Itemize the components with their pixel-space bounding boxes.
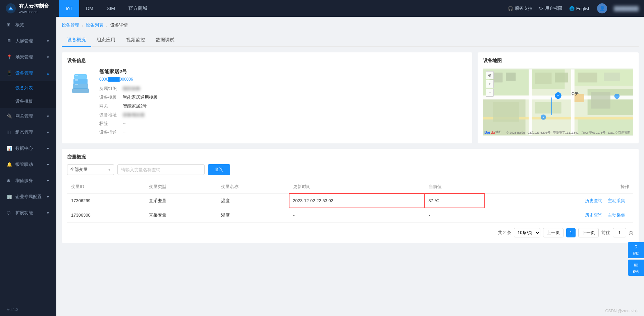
sidebar-item-enterprise[interactable]: 🏢 企业专属配置 ▼ (0, 189, 56, 205)
sidebar-item-data-center[interactable]: 📊 数据中心 ▼ (0, 140, 56, 156)
svg-rect-23 (555, 73, 568, 82)
variable-type-select[interactable]: 全部变量 ▼ (67, 164, 114, 175)
per-page-select[interactable]: 10条/页 20条/页 50条/页 (514, 228, 540, 237)
col-header-action: 操作 (485, 180, 634, 193)
sidebar-item-gateway[interactable]: 🔌 网关管理 ▼ (0, 108, 56, 124)
sidebar-version: V6.1.3 (0, 303, 56, 316)
variable-section-title: 变量概况 (67, 154, 633, 160)
nav-store[interactable]: 官方商城 (122, 0, 154, 17)
map-zoom-in[interactable]: + (486, 80, 494, 88)
user-perm-link[interactable]: 🛡 用户权限 (539, 5, 562, 11)
col-header-id: 变量ID (67, 180, 145, 193)
shield-icon: 🛡 (539, 6, 543, 11)
sidebar-item-device-mgr[interactable]: 📱 设备管理 ▲ (0, 65, 56, 81)
page-num-1[interactable]: 1 (566, 228, 576, 237)
help-button[interactable]: ? 帮助 (628, 242, 644, 258)
field-template-value: 智能家居通用模板 (123, 94, 467, 100)
svg-rect-7 (75, 84, 78, 85)
question-icon: ? (635, 244, 638, 251)
breadcrumb-device-list[interactable]: 设备列表 (86, 22, 103, 28)
active-collect-btn-2[interactable]: 主动采集 (608, 213, 625, 218)
table-header-row: 变量ID 变量类型 变量名称 更新时间 当前值 操作 (67, 180, 633, 193)
cell-value-2: - (425, 208, 484, 222)
nav-dm[interactable]: DM (79, 0, 100, 17)
history-query-btn-1[interactable]: 历史查询 (585, 198, 602, 203)
map-watermark: Baidu 地图 (484, 130, 501, 134)
field-desc: 设备描述 -- (99, 129, 467, 135)
map-compass[interactable]: ⊕ (486, 71, 494, 79)
breadcrumb-device-mgr[interactable]: 设备管理 (62, 22, 79, 28)
tab-group-app[interactable]: 组态应用 (91, 34, 121, 47)
table-row: 17306299 直采变量 温度 2023-12-02 22:53:02 37 … (67, 193, 633, 208)
device-icon: 📱 (7, 71, 12, 76)
device-info-panel: 设备信息 (62, 52, 472, 143)
map-title: 设备地图 (483, 58, 633, 64)
svg-rect-26 (591, 92, 610, 109)
logo: 有人云控制台 www.usr.cn (5, 3, 59, 14)
svg-rect-22 (535, 73, 552, 84)
svg-rect-24 (578, 73, 597, 82)
language-switcher[interactable]: 🌐 English (569, 6, 591, 11)
field-desc-value: -- (123, 129, 467, 134)
sidebar-sub-device-list[interactable]: 设备列表 (0, 81, 56, 95)
col-header-time: 更新时间 (289, 180, 425, 193)
breadcrumb-sep-2: › (106, 23, 107, 28)
device-mgr-submenu: 设备列表 设备模板 (0, 81, 56, 108)
star-icon: ⊕ (7, 178, 12, 183)
monitor-icon: 🖥 (7, 38, 12, 44)
main-content: 设备管理 › 设备列表 › 设备详情 设备概况 组态应用 视频监控 数据调试 设… (56, 17, 644, 316)
sidebar-collapse-button[interactable]: ‹ (56, 160, 56, 173)
support-link[interactable]: 🎧 服务支持 (508, 5, 532, 11)
map-container[interactable]: 公安 ✓ + + ⊕ + (483, 69, 633, 136)
chevron-down-icon-7: ▼ (46, 179, 50, 183)
nav-iot[interactable]: IoT (59, 0, 79, 17)
variable-search-input[interactable] (117, 164, 205, 175)
variable-filter-row: 全部变量 ▼ 查询 (67, 164, 633, 175)
total-count: 共 2 条 (498, 230, 511, 236)
home-icon: ⊞ (7, 22, 12, 28)
sidebar-item-group[interactable]: ◫ 组态管理 ▼ (0, 124, 56, 140)
brand-name: 有人云控制台 (19, 3, 49, 9)
sidebar-sub-device-template[interactable]: 设备模板 (0, 95, 56, 108)
field-address: 设备地址 设备地址值 (99, 112, 467, 118)
sidebar-item-extension[interactable]: ⬡ 扩展功能 ▼ (0, 205, 56, 221)
svg-rect-18 (571, 70, 575, 135)
pagination: 共 2 条 10条/页 20条/页 50条/页 上一页 1 下一页 前往 页 (67, 228, 633, 237)
prev-page-btn[interactable]: 上一页 (543, 228, 564, 237)
field-tag: 标签 -- (99, 121, 467, 127)
enterprise-icon: 🏢 (7, 194, 12, 199)
sidebar-item-scene[interactable]: 📍 场景管理 ▼ (0, 49, 56, 65)
active-collect-btn-1[interactable]: 主动采集 (608, 198, 625, 203)
col-header-name: 变量名称 (217, 180, 289, 193)
cell-type-1: 直采变量 (145, 193, 217, 208)
query-button[interactable]: 查询 (208, 164, 230, 175)
map-zoom-out[interactable]: − (486, 89, 494, 97)
sidebar-item-big-screen[interactable]: 🖥 大屏管理 ▼ (0, 33, 56, 49)
username[interactable]: ████████ (614, 6, 639, 11)
goto-page-input[interactable] (613, 228, 626, 237)
sidebar-item-alert[interactable]: 🔔 报管联动 ▼ (0, 156, 56, 173)
gateway-icon: 🔌 (7, 114, 12, 119)
sidebar-item-value-added[interactable]: ⊕ 增值服务 ▼ (0, 173, 56, 189)
sidebar-label-overview: 概览 (15, 22, 50, 28)
svg-rect-28 (535, 102, 561, 114)
tab-overview[interactable]: 设备概况 (62, 34, 91, 47)
history-query-btn-2[interactable]: 历史查询 (585, 213, 602, 218)
avatar-icon: 👤 (599, 6, 605, 11)
svg-text:✓: ✓ (557, 93, 560, 97)
col-header-type: 变量类型 (145, 180, 217, 193)
device-icon-area (67, 69, 94, 138)
tab-video[interactable]: 视频监控 (121, 34, 150, 47)
svg-text:+: + (542, 116, 544, 119)
consult-button[interactable]: ✉ 咨询 (628, 260, 644, 276)
next-page-btn[interactable]: 下一页 (578, 228, 599, 237)
nav-sim[interactable]: SIM (100, 0, 122, 17)
user-avatar[interactable]: 👤 (597, 3, 607, 13)
svg-rect-25 (604, 73, 620, 81)
sidebar-item-overview[interactable]: ⊞ 概览 (0, 17, 56, 33)
tab-bar: 设备概况 组态应用 视频监控 数据调试 (62, 34, 639, 47)
tab-data-debug[interactable]: 数据调试 (150, 34, 180, 47)
message-icon: ✉ (634, 262, 638, 268)
field-gateway: 网关 智能家居2号 (99, 103, 467, 109)
svg-text:公安: 公安 (571, 92, 579, 96)
